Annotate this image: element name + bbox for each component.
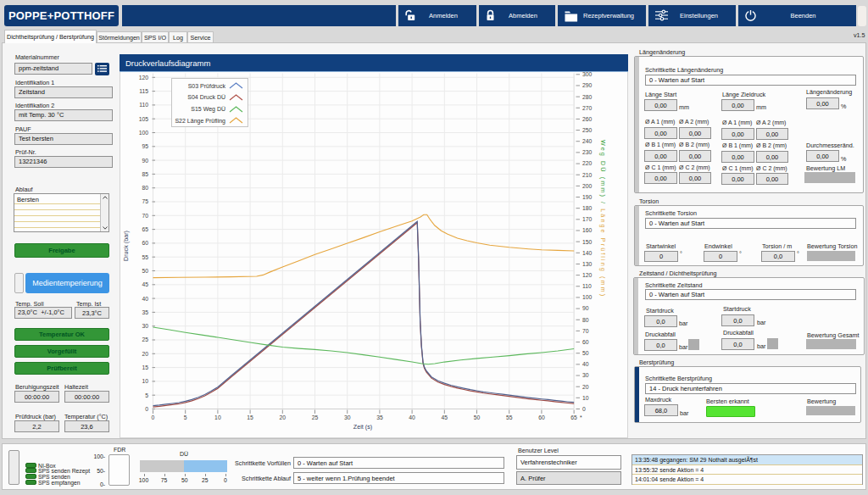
- svg-text:50: 50: [582, 350, 589, 356]
- svg-text:100: 100: [139, 130, 149, 136]
- svg-text:15: 15: [142, 364, 148, 370]
- svg-text:60: 60: [142, 240, 148, 246]
- svg-text:20: 20: [142, 351, 148, 357]
- svg-text:20: 20: [280, 414, 287, 420]
- svg-text:30: 30: [582, 372, 589, 378]
- svg-text:180: 180: [582, 205, 593, 211]
- svg-text:50: 50: [474, 414, 481, 420]
- svg-text:270: 270: [582, 105, 593, 111]
- svg-text:260: 260: [582, 116, 593, 122]
- svg-text:210: 210: [582, 172, 593, 178]
- svg-text:110: 110: [582, 283, 592, 289]
- svg-text:25: 25: [312, 414, 319, 420]
- svg-text:60: 60: [538, 414, 545, 420]
- svg-text:10: 10: [582, 395, 589, 401]
- svg-text:300: 300: [582, 71, 593, 77]
- svg-text:120: 120: [139, 75, 149, 81]
- svg-text:95: 95: [142, 143, 148, 149]
- svg-text:90: 90: [582, 305, 589, 311]
- svg-text:290: 290: [582, 82, 593, 88]
- svg-text:0: 0: [145, 406, 148, 412]
- svg-text:160: 160: [582, 227, 593, 233]
- svg-text:40: 40: [409, 414, 415, 420]
- svg-text:35: 35: [376, 414, 383, 420]
- svg-text:85: 85: [142, 171, 148, 177]
- svg-text:150: 150: [582, 239, 593, 245]
- svg-text:Druck (bar): Druck (bar): [122, 231, 130, 261]
- svg-text:280: 280: [582, 94, 593, 100]
- svg-text:75: 75: [142, 198, 148, 204]
- svg-text:20: 20: [582, 384, 589, 390]
- svg-text:65: 65: [142, 226, 148, 232]
- svg-text:110: 110: [139, 102, 148, 108]
- svg-text:*: *: [580, 414, 582, 420]
- svg-text:120: 120: [582, 272, 593, 278]
- svg-text:5: 5: [184, 414, 187, 420]
- svg-text:15: 15: [247, 414, 253, 420]
- svg-text:200: 200: [582, 183, 593, 189]
- svg-text:25: 25: [142, 336, 148, 342]
- svg-text:230: 230: [582, 149, 593, 155]
- svg-text:250: 250: [582, 127, 593, 133]
- svg-text:105: 105: [139, 116, 149, 122]
- svg-text:30: 30: [142, 323, 148, 329]
- svg-text:40: 40: [142, 296, 148, 302]
- svg-text:220: 220: [582, 160, 593, 166]
- svg-text:60: 60: [582, 339, 589, 345]
- svg-text:55: 55: [506, 414, 513, 420]
- svg-text:30: 30: [344, 414, 351, 420]
- svg-text:45: 45: [442, 414, 448, 420]
- svg-text:50: 50: [142, 268, 148, 274]
- svg-text:130: 130: [582, 261, 593, 267]
- svg-text:Weg DÜ (mm) / Länge Prüfling (: Weg DÜ (mm) / Länge Prüfling (mm): [599, 140, 607, 298]
- svg-text:35: 35: [142, 309, 148, 315]
- svg-text:0: 0: [152, 414, 155, 420]
- svg-text:90: 90: [142, 158, 148, 164]
- svg-text:55: 55: [142, 254, 148, 260]
- svg-text:5: 5: [145, 392, 148, 398]
- svg-text:10: 10: [214, 414, 221, 420]
- svg-text:80: 80: [582, 317, 589, 323]
- svg-text:100: 100: [582, 294, 593, 300]
- svg-text:115: 115: [139, 88, 148, 94]
- svg-text:40: 40: [582, 361, 589, 367]
- svg-text:80: 80: [142, 185, 148, 191]
- svg-text:170: 170: [582, 216, 593, 222]
- svg-text:70: 70: [142, 213, 148, 219]
- svg-text:45: 45: [142, 281, 148, 287]
- svg-text:240: 240: [582, 138, 593, 144]
- svg-text:70: 70: [582, 328, 589, 334]
- svg-text:65: 65: [570, 414, 577, 420]
- svg-text:0: 0: [582, 406, 586, 412]
- svg-text:Zeit (s): Zeit (s): [353, 423, 372, 431]
- svg-text:190: 190: [582, 194, 593, 200]
- svg-text:10: 10: [142, 378, 148, 384]
- svg-text:140: 140: [582, 250, 593, 256]
